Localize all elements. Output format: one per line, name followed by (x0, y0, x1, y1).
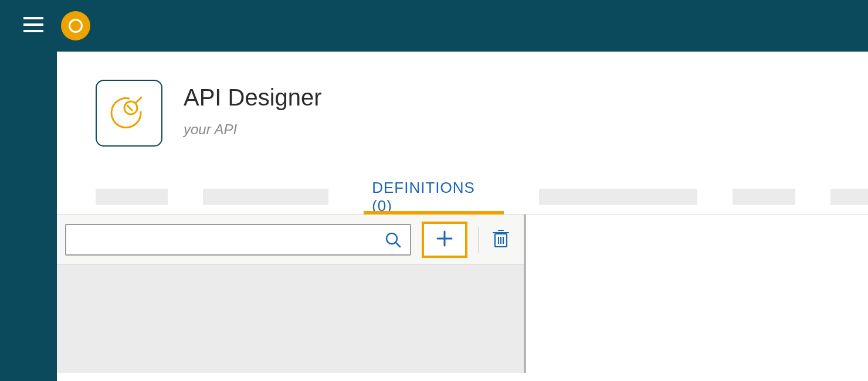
page-title: API Designer (184, 84, 322, 111)
tab-placeholder[interactable] (733, 189, 796, 205)
title-block: API Designer your API (184, 80, 322, 138)
hamburger-icon[interactable] (23, 17, 43, 35)
sub-area (57, 215, 868, 373)
toolbar (57, 215, 524, 265)
delete-button[interactable] (489, 228, 513, 251)
plus-icon (436, 230, 453, 250)
tab-definitions[interactable]: DEFINITIONS (0) (364, 179, 504, 214)
add-button[interactable] (422, 222, 467, 258)
search-field[interactable] (65, 224, 411, 256)
tabstrip: DEFINITIONS (0) (57, 179, 868, 215)
tab-placeholder[interactable] (203, 189, 328, 205)
app-icon-box (96, 80, 162, 147)
tab-placeholder[interactable] (830, 189, 868, 205)
tab-placeholder[interactable] (96, 189, 168, 205)
trash-icon (492, 229, 510, 250)
svg-line-4 (135, 97, 141, 103)
tab-label: DEFINITIONS (0) (372, 179, 496, 215)
avatar[interactable] (61, 11, 90, 40)
plug-icon (108, 91, 150, 135)
separator (478, 227, 479, 253)
detail-pane (526, 215, 868, 373)
left-pane (57, 215, 526, 373)
search-input[interactable] (74, 233, 384, 246)
content-shell: API Designer your API DEFINITIONS (0) (57, 52, 868, 381)
page-header: API Designer your API (57, 52, 868, 147)
avatar-icon (69, 19, 83, 33)
svg-line-7 (396, 243, 400, 247)
page-subtitle: your API (184, 121, 322, 138)
shell-bar (0, 0, 868, 52)
definition-list (57, 265, 524, 373)
tab-placeholder[interactable] (539, 189, 697, 205)
svg-line-5 (127, 106, 132, 110)
search-icon[interactable] (384, 231, 402, 249)
